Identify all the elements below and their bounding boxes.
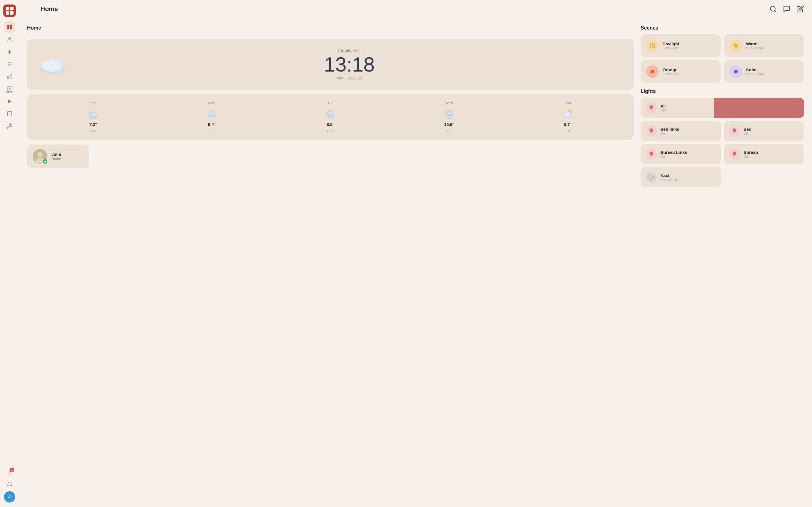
- sidebar-item-hacs[interactable]: HACS: [4, 83, 15, 95]
- weather-time: 13:18: [75, 54, 624, 75]
- svg-rect-10: [11, 74, 12, 79]
- forecast-high-sun: 7.2°: [89, 122, 97, 127]
- light-status-kast: Unavailable: [660, 178, 678, 182]
- svg-point-4: [8, 38, 10, 40]
- light-card-bed[interactable]: Bed On: [724, 121, 804, 141]
- svg-point-58: [651, 44, 654, 47]
- forecast-icon-wed: [443, 107, 455, 120]
- forecast-day-tue: Tue 8.5°: [272, 101, 389, 133]
- scenes-section-title: Scenes: [641, 25, 804, 31]
- light-card-bed-links[interactable]: Bed links On: [641, 121, 721, 141]
- svg-line-66: [654, 43, 655, 44]
- weather-info: Cloudy, 6°C 13:18 Mon, 30.12.24: [75, 48, 624, 80]
- light-card-all[interactable]: All 79%: [641, 98, 804, 118]
- forecast-row: Sun: [35, 101, 626, 133]
- light-icon-bureau-links: [646, 149, 657, 160]
- svg-rect-1: [10, 25, 11, 27]
- sidebar-item-tools[interactable]: [4, 121, 15, 132]
- person-avatar: [33, 149, 47, 164]
- forecast-icon-thu: [562, 107, 574, 120]
- svg-point-24: [42, 61, 59, 71]
- light-info-bureau-links: Bureau Links On: [660, 150, 687, 159]
- app-header: Home: [19, 0, 812, 18]
- svg-line-48: [449, 117, 449, 119]
- main-content: Home Home: [19, 0, 812, 507]
- right-column: Scenes: [641, 25, 804, 500]
- scene-warm[interactable]: Warm 9 hours ago: [724, 34, 804, 57]
- header-actions: [769, 5, 804, 13]
- light-card-bureau-links[interactable]: Bureau Links On: [641, 144, 721, 164]
- svg-rect-3: [10, 27, 11, 29]
- forecast-icon-mon: [206, 107, 218, 120]
- scenes-grid: Daylight Last week Warm: [641, 34, 804, 83]
- svg-line-47: [447, 117, 447, 119]
- scene-soho-time: 9 hours ago: [746, 72, 764, 76]
- sidebar-item-automations[interactable]: [4, 46, 15, 57]
- person-card[interactable]: Julia Home: [27, 145, 89, 168]
- light-status-bureau: On: [744, 155, 758, 159]
- forecast-day-wed: Wed 10.6°: [391, 101, 507, 133]
- scene-daylight[interactable]: Daylight Last week: [641, 34, 721, 57]
- scene-orange-name: Orange: [663, 67, 679, 72]
- light-icon-bureau: [729, 149, 740, 160]
- cloud-icon: [37, 53, 68, 75]
- light-status-bed-links: On: [660, 131, 679, 135]
- forecast-high-mon: 9.4°: [208, 122, 216, 127]
- scene-icon-warm: [730, 40, 742, 52]
- light-info-bed: Bed On: [744, 127, 751, 135]
- light-name-bed-links: Bed links: [660, 127, 679, 131]
- svg-rect-9: [9, 75, 10, 79]
- chat-button[interactable]: [783, 5, 791, 13]
- day-name-wed: Wed: [446, 101, 453, 105]
- scene-orange-time: 2 days ago: [663, 72, 679, 76]
- light-name-all: All: [660, 104, 667, 108]
- scene-soho-name: Soho: [746, 67, 764, 72]
- page-title: Home: [41, 5, 765, 13]
- menu-button[interactable]: [27, 4, 36, 13]
- light-status-all: 79%: [660, 108, 667, 112]
- search-button[interactable]: [769, 5, 777, 13]
- light-card-bureau[interactable]: Bureau On: [724, 144, 804, 164]
- light-icon-kast: ?: [646, 172, 657, 183]
- svg-point-72: [735, 70, 737, 73]
- svg-rect-13: [7, 112, 11, 116]
- svg-line-62: [654, 47, 655, 48]
- sidebar-item-person[interactable]: [4, 34, 15, 45]
- user-avatar[interactable]: J: [4, 491, 15, 503]
- sidebar-item-dashboard[interactable]: [4, 21, 15, 33]
- forecast-low-tue: 6.6°: [327, 129, 334, 133]
- app-logo[interactable]: [3, 4, 16, 17]
- svg-line-40: [328, 117, 328, 119]
- svg-marker-12: [8, 100, 11, 104]
- scene-orange[interactable]: Orange 2 days ago: [641, 60, 721, 83]
- sidebar-item-media[interactable]: [4, 96, 15, 107]
- sidebar-item-todo[interactable]: [4, 108, 15, 119]
- light-info-kast: Kast Unavailable: [660, 173, 678, 182]
- svg-line-49: [451, 117, 451, 119]
- forecast-day-mon: Mon 9.4° 5.2°: [154, 101, 270, 133]
- sidebar-item-settings[interactable]: 1: [4, 466, 15, 478]
- sidebar-item-history[interactable]: [4, 71, 15, 82]
- light-name-bed: Bed: [744, 127, 751, 131]
- svg-text:?: ?: [651, 175, 652, 179]
- scene-soho[interactable]: Soho 9 hours ago: [724, 60, 804, 83]
- forecast-icon-sun: [87, 107, 99, 120]
- person-status: Home: [51, 157, 61, 161]
- edit-button[interactable]: [796, 5, 804, 13]
- sidebar-item-notifications[interactable]: [4, 479, 15, 490]
- svg-line-29: [91, 117, 91, 119]
- svg-rect-0: [7, 25, 9, 27]
- light-card-kast[interactable]: ? Kast Unavailable: [641, 167, 721, 187]
- forecast-icon-tue: [324, 107, 337, 120]
- svg-point-35: [208, 112, 215, 116]
- light-info-bureau: Bureau On: [744, 150, 758, 159]
- svg-rect-2: [7, 27, 9, 29]
- scene-warm-info: Warm 9 hours ago: [746, 41, 764, 50]
- svg-point-54: [564, 113, 570, 117]
- content-area: Home Cloudy, 6°C 13:18 Mon, 30.12.24: [19, 18, 812, 507]
- forecast-day-thu: Thu 6.7°: [509, 101, 626, 133]
- sidebar-item-logbook[interactable]: [4, 59, 15, 70]
- day-name-sun: Sun: [90, 101, 96, 105]
- light-status-bureau-links: On: [660, 155, 687, 159]
- forecast-card: Sun: [27, 94, 634, 140]
